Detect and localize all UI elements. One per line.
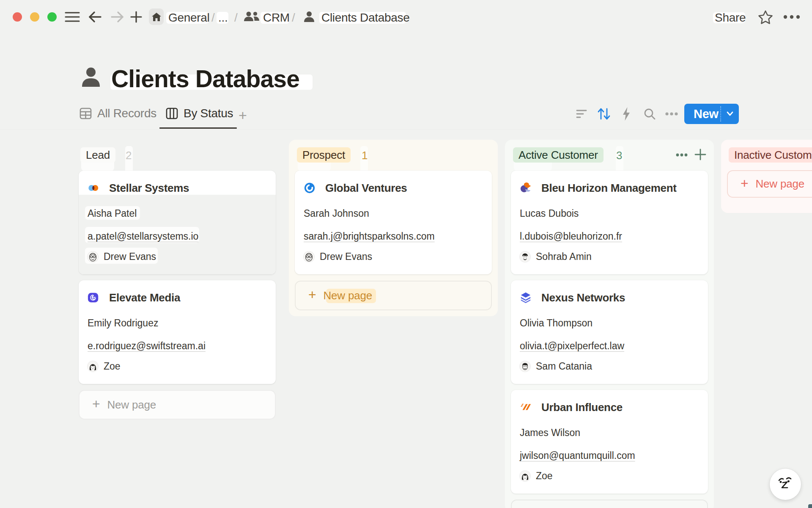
plus-icon: +: [741, 176, 749, 191]
team-icon: [243, 11, 260, 23]
new-page-button-active[interactable]: [511, 500, 708, 508]
avatar-sohrab-amin: [520, 251, 530, 262]
card-owner-name: Sohrab Amin: [536, 251, 592, 262]
card-owner: Zoe: [520, 470, 553, 482]
card-contact: Sarah Johnson: [304, 208, 369, 219]
new-dropdown-chevron-icon[interactable]: [725, 110, 735, 118]
breadcrumb-general[interactable]: General: [168, 11, 210, 25]
breadcrumb-separator: /: [234, 11, 237, 25]
avatar-drew-evans: [304, 251, 314, 262]
card-elevate-media[interactable]: Elevate Media Emily Rodriguez e.rodrigue…: [79, 280, 276, 384]
card-title[interactable]: Urban Influence: [541, 401, 623, 414]
avatar-sam-catania: [520, 361, 530, 372]
column-more-icon[interactable]: [675, 153, 688, 157]
home-button[interactable]: [149, 8, 164, 25]
drag-ghost: [514, 162, 552, 171]
column-chip-inactive-customer[interactable]: Inactive Customer: [729, 147, 812, 163]
new-page-button-inactive[interactable]: + New page: [727, 170, 812, 198]
column-chip-active-customer[interactable]: Active Customer: [513, 147, 604, 163]
card-email[interactable]: e.rodriguez@swiftstream.ai: [88, 340, 206, 352]
new-button-divider: [720, 106, 721, 121]
column-chip-prospect[interactable]: Prospect: [297, 147, 351, 163]
column-chip-lead[interactable]: Lead: [80, 147, 115, 163]
minimize-window-button[interactable]: [30, 12, 39, 22]
tab-by-status-label: By Status: [184, 107, 233, 120]
page-title[interactable]: Clients Database: [111, 65, 299, 93]
card-icon-urban-influence: [520, 401, 532, 413]
tabs-divider: [0, 129, 812, 130]
card-icon-bleu-horizon: [520, 182, 532, 194]
column-add-icon[interactable]: [694, 148, 707, 161]
card-title[interactable]: Global Ventures: [325, 182, 407, 195]
new-tab-icon[interactable]: [130, 11, 142, 23]
favorite-star-icon[interactable]: [757, 10, 774, 25]
card-contact: Aisha Patel: [88, 208, 137, 219]
new-page-label: New page: [107, 398, 156, 411]
new-page-label: New page: [324, 289, 372, 302]
forward-icon[interactable]: [110, 11, 124, 23]
card-title[interactable]: Bleu Horizon Management: [541, 182, 677, 195]
card-nexus-networks[interactable]: Nexus Networks Olivia Thompson olivia.t@…: [511, 280, 708, 384]
automation-icon[interactable]: [621, 107, 631, 121]
home-icon: [151, 12, 162, 22]
search-icon[interactable]: [643, 108, 656, 120]
breadcrumb-crm[interactable]: CRM: [263, 11, 290, 25]
zoom-window-button[interactable]: [47, 12, 57, 22]
card-icon-elevate-media: [88, 292, 99, 304]
add-view-icon[interactable]: +: [239, 107, 247, 124]
person-icon: [303, 11, 315, 23]
card-owner-name: Drew Evans: [320, 251, 372, 262]
avatar-zoe: [520, 471, 530, 481]
more-options-icon[interactable]: [783, 14, 801, 19]
card-owner: Sam Catania: [520, 361, 592, 372]
new-record-button[interactable]: New: [684, 104, 739, 124]
view-options-icon[interactable]: [665, 112, 678, 116]
active-tab-underline: [159, 127, 237, 129]
new-page-button-prospect[interactable]: + New page: [295, 281, 492, 310]
page-title-icon: [80, 66, 102, 88]
sidebar-menu-icon[interactable]: [65, 10, 80, 24]
tab-all-records[interactable]: All Records: [80, 107, 156, 120]
filter-icon[interactable]: [576, 109, 587, 119]
plus-icon: +: [92, 396, 100, 412]
card-contact: Lucas Dubois: [520, 208, 579, 219]
card-owner: Zoe: [88, 361, 121, 372]
share-button[interactable]: Share: [715, 11, 746, 25]
breadcrumb-ellipsis[interactable]: ...: [218, 11, 228, 25]
screen-corner-artifact: [808, 504, 812, 508]
card-contact: James Wilson: [520, 427, 580, 439]
new-page-label: New page: [756, 177, 804, 190]
new-page-button-lead[interactable]: + New page: [79, 390, 276, 420]
card-title[interactable]: Elevate Media: [109, 291, 180, 304]
card-contact: Emily Rodriguez: [88, 318, 158, 329]
card-email[interactable]: l.dubois@bleuhorizon.fr: [520, 231, 622, 242]
drag-ghost: [81, 162, 114, 171]
card-email[interactable]: a.patel@stellarsystems.io: [88, 231, 198, 242]
card-owner-name: Zoe: [104, 361, 121, 372]
card-bleu-horizon[interactable]: Bleu Horizon Management Lucas Dubois l.d…: [511, 171, 708, 274]
ai-face-icon: [776, 475, 795, 494]
avatar-drew-evans: [88, 251, 98, 262]
card-email[interactable]: sarah.j@brightsparksolns.com: [304, 231, 435, 242]
card-title[interactable]: Nexus Networks: [541, 291, 625, 304]
card-owner: Drew Evans: [304, 251, 372, 262]
breadcrumb-page[interactable]: Clients Database: [321, 11, 409, 25]
tab-by-status[interactable]: By Status: [166, 107, 233, 120]
column-count-prospect: 1: [362, 149, 368, 162]
card-owner-name: Zoe: [536, 470, 553, 482]
breadcrumb-separator: /: [292, 11, 295, 25]
card-icon-nexus-networks: [520, 292, 532, 304]
card-email[interactable]: jwilson@quantumquill.com: [520, 450, 635, 461]
card-email[interactable]: olivia.t@pixelperfect.law: [520, 340, 624, 352]
sort-icon[interactable]: [597, 107, 611, 121]
back-icon[interactable]: [88, 11, 102, 23]
card-title[interactable]: Stellar Systems: [109, 182, 189, 195]
column-count-active-customer: 3: [616, 149, 622, 162]
card-global-ventures[interactable]: Global Ventures Sarah Johnson sarah.j@br…: [295, 171, 492, 274]
notion-ai-button[interactable]: [770, 469, 801, 500]
close-window-button[interactable]: [13, 12, 22, 22]
card-stellar-systems[interactable]: Stellar Systems Aisha Patel a.patel@stel…: [79, 171, 276, 274]
card-icon-stellar-systems: [88, 182, 99, 194]
card-urban-influence[interactable]: Urban Influence James Wilson jwilson@qua…: [511, 390, 708, 494]
card-owner: Sohrab Amin: [520, 251, 592, 262]
